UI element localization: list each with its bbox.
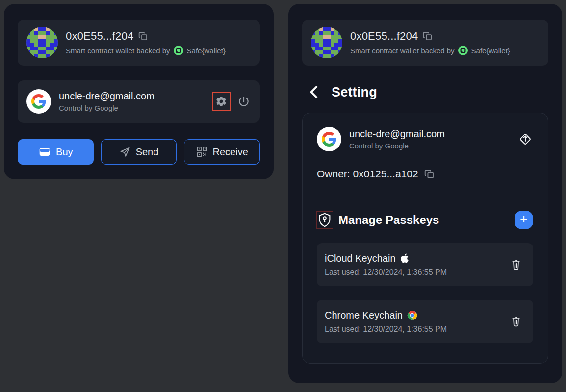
wallet-address: 0x0E55...f204 xyxy=(350,30,418,43)
owner-address: Owner: 0x0125...a102 xyxy=(317,168,418,180)
send-button[interactable]: Send xyxy=(101,139,177,165)
account-subtitle: Control by Google xyxy=(59,104,205,112)
copy-address-button[interactable] xyxy=(138,31,148,41)
back-button[interactable] xyxy=(308,84,321,100)
google-logo-icon xyxy=(26,89,51,114)
passkey-last-used: Last used: 12/30/2024, 1:36:55 PM xyxy=(325,325,511,334)
apple-icon xyxy=(400,253,410,264)
wallet-main-panel: 0x0E55...f204 Smart contract wallet back… xyxy=(4,4,274,179)
delete-passkey-button[interactable] xyxy=(511,316,521,327)
google-account-lines: uncle-dre@gmail.com Control by Google xyxy=(59,91,205,112)
copy-icon xyxy=(424,169,435,179)
passkeys-title: Manage Passkeys xyxy=(338,213,515,227)
wallet-avatar xyxy=(311,27,342,58)
logout-button[interactable] xyxy=(237,95,250,108)
chrome-icon xyxy=(407,310,417,320)
passkey-name: iCloud Keychain xyxy=(325,253,396,264)
copy-address-button[interactable] xyxy=(423,31,433,41)
passkey-row: iCloud Keychain Last used: 12/30/2024, 1… xyxy=(317,243,533,286)
safe-logo-icon xyxy=(458,46,468,55)
passkeys-header: Manage Passkeys + xyxy=(317,211,533,229)
wallet-address-lines: 0x0E55...f204 Smart contract wallet back… xyxy=(66,30,226,55)
settings-panel: 0x0E55...f204 Smart contract wallet back… xyxy=(288,4,562,383)
wallet-buy-icon xyxy=(38,146,51,158)
send-plane-icon xyxy=(119,146,131,158)
safe-logo-icon xyxy=(174,46,183,55)
plus-icon: + xyxy=(520,213,528,226)
shield-key-icon xyxy=(317,212,333,228)
passkey-last-used: Last used: 12/30/2024, 1:36:55 PM xyxy=(325,268,511,277)
wallet-avatar xyxy=(26,27,58,58)
buy-button-label: Buy xyxy=(56,147,73,158)
account-subtitle: Control by Google xyxy=(349,142,511,150)
setting-header: Setting xyxy=(308,84,562,100)
chevron-left-icon xyxy=(308,84,321,100)
wallet-backed-by-text: Smart contract wallet backed by xyxy=(66,47,170,55)
passkey-row: Chrome Keychain xyxy=(317,300,533,343)
receive-button-label: Receive xyxy=(213,147,248,158)
google-account-card: uncle-dre@gmail.com Control by Google xyxy=(18,80,260,122)
delete-passkey-button[interactable] xyxy=(511,259,521,270)
wallet-address: 0x0E55...f204 xyxy=(66,30,133,43)
page-title: Setting xyxy=(332,85,377,100)
wallet-backed-by-text: Smart contract wallet backed by xyxy=(350,47,455,55)
gear-icon xyxy=(215,96,227,107)
account-email: uncle-dre@gmail.com xyxy=(59,91,205,102)
buy-button[interactable]: Buy xyxy=(18,139,94,165)
wallet-address-lines: 0x0E55...f204 Smart contract wallet back… xyxy=(350,30,510,55)
send-button-label: Send xyxy=(136,147,159,158)
google-account-row: uncle-dre@gmail.com Control by Google xyxy=(317,127,533,151)
copy-owner-button[interactable] xyxy=(424,169,435,179)
trash-icon xyxy=(511,316,521,327)
wallet-address-card: 0x0E55...f204 Smart contract wallet back… xyxy=(18,20,260,66)
wallet-brand-text: Safe{wallet} xyxy=(187,47,226,55)
receive-button[interactable]: Receive xyxy=(184,139,260,165)
export-icon xyxy=(518,132,532,146)
qr-code-icon xyxy=(196,146,208,158)
account-email: uncle-dre@gmail.com xyxy=(349,128,511,140)
google-account-lines: uncle-dre@gmail.com Control by Google xyxy=(349,128,511,150)
add-passkey-button[interactable]: + xyxy=(515,211,533,229)
power-icon xyxy=(237,95,250,108)
wallet-brand-text: Safe{wallet} xyxy=(471,47,510,55)
passkey-lines: iCloud Keychain Last used: 12/30/2024, 1… xyxy=(325,253,511,277)
wallet-address-card: 0x0E55...f204 Smart contract wallet back… xyxy=(302,20,548,66)
settings-card: uncle-dre@gmail.com Control by Google Ow… xyxy=(302,113,548,364)
copy-icon xyxy=(138,31,148,41)
divider xyxy=(317,196,533,196)
wallet-actions: Buy Send xyxy=(18,139,260,165)
passkey-name: Chrome Keychain xyxy=(325,310,403,321)
export-account-button[interactable] xyxy=(518,132,532,146)
passkey-lines: Chrome Keychain xyxy=(325,310,511,334)
google-logo-icon xyxy=(317,127,341,151)
copy-icon xyxy=(423,31,433,41)
owner-row: Owner: 0x0125...a102 xyxy=(317,168,533,180)
settings-button[interactable] xyxy=(213,93,230,110)
trash-icon xyxy=(511,259,521,270)
